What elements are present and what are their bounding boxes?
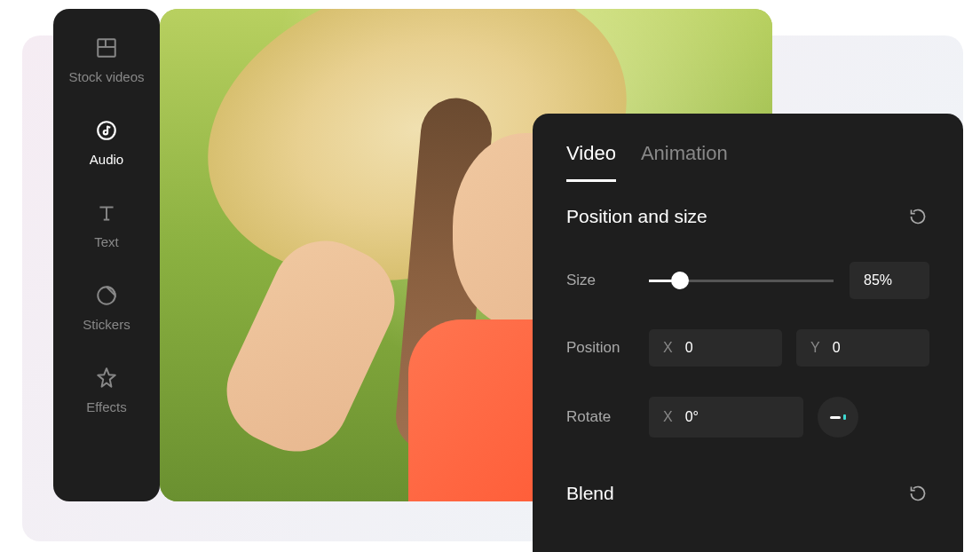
svg-rect-0	[98, 39, 115, 57]
rotate-x-input[interactable]: X 0°	[649, 397, 803, 438]
size-value-input[interactable]: 85%	[850, 262, 929, 299]
size-label: Size	[566, 272, 633, 289]
audio-icon	[94, 118, 119, 143]
effects-icon	[94, 366, 119, 390]
sidebar-item-label: Audio	[90, 152, 123, 167]
text-icon	[94, 201, 119, 225]
rotate-x-prefix: X	[663, 409, 673, 425]
rotate-control: Rotate X 0°	[566, 397, 929, 438]
position-size-header: Position and size	[566, 205, 929, 228]
reset-position-size-button[interactable]	[906, 205, 929, 228]
x-value: 0	[685, 340, 693, 356]
section-title: Blend	[566, 483, 614, 504]
position-control: Position X 0 Y 0	[566, 329, 929, 367]
sidebar-item-label: Text	[94, 234, 119, 249]
position-y-input[interactable]: Y 0	[796, 329, 929, 367]
y-prefix: Y	[810, 340, 820, 356]
sidebar-item-label: Effects	[86, 399, 127, 414]
sidebar-item-text[interactable]: Text	[94, 201, 119, 249]
properties-panel: Video Animation Position and size Size 8…	[533, 114, 963, 552]
blend-header: Blend	[566, 482, 929, 505]
x-prefix: X	[663, 340, 673, 356]
tab-video[interactable]: Video	[566, 142, 616, 182]
tab-animation[interactable]: Animation	[641, 142, 728, 182]
rotate-x-value: 0°	[685, 409, 699, 425]
stickers-icon	[94, 283, 119, 308]
section-title: Position and size	[566, 206, 707, 227]
panel-tabs: Video Animation	[566, 142, 929, 182]
sidebar-item-stickers[interactable]: Stickers	[83, 283, 130, 332]
position-label: Position	[566, 339, 633, 357]
sidebar-item-stock-videos[interactable]: Stock videos	[68, 35, 144, 84]
size-slider[interactable]	[649, 280, 834, 282]
sidebar-item-effects[interactable]: Effects	[86, 366, 127, 414]
slider-thumb[interactable]	[671, 272, 689, 289]
y-value: 0	[833, 340, 841, 356]
sidebar-item-label: Stickers	[83, 317, 130, 332]
template-icon	[94, 35, 119, 60]
reset-blend-button[interactable]	[906, 482, 929, 505]
rotate-label: Rotate	[566, 408, 633, 426]
size-control: Size 85%	[566, 262, 929, 299]
rotate-toggle-button[interactable]	[818, 397, 858, 438]
left-sidebar: Stock videos Audio Text	[53, 9, 160, 501]
sidebar-item-audio[interactable]: Audio	[90, 118, 123, 167]
position-x-input[interactable]: X 0	[649, 329, 782, 367]
sidebar-item-label: Stock videos	[68, 69, 144, 84]
